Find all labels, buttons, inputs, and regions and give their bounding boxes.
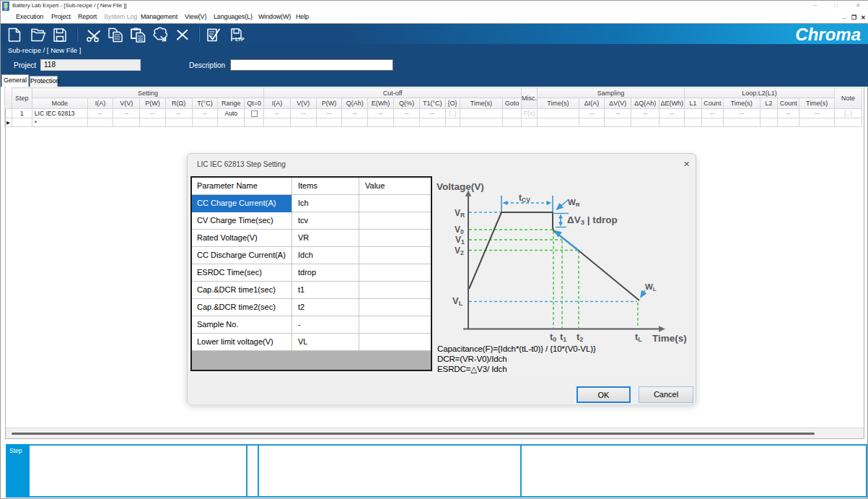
svg-text:WL: WL xyxy=(645,282,657,292)
svg-text:V0: V0 xyxy=(455,225,464,235)
svg-text:tL: tL xyxy=(635,331,642,343)
svg-text:ΔV3 | tdrop: ΔV3 | tdrop xyxy=(567,214,618,226)
svg-text:LTP: LTP xyxy=(235,37,245,42)
svg-text:Time(s): Time(s) xyxy=(652,333,687,344)
svg-text:Voltage(V): Voltage(V) xyxy=(437,181,484,192)
svg-text:WR: WR xyxy=(568,198,580,208)
svg-text:V1: V1 xyxy=(455,235,465,246)
svg-text:tCV: tCV xyxy=(519,193,530,204)
svg-text:t2: t2 xyxy=(577,331,583,343)
svg-text:VL: VL xyxy=(452,295,463,307)
svg-text:t1: t1 xyxy=(560,331,566,343)
svg-text:VR: VR xyxy=(455,208,465,219)
svg-text:V2: V2 xyxy=(455,246,464,256)
svg-text:t0: t0 xyxy=(550,331,556,343)
